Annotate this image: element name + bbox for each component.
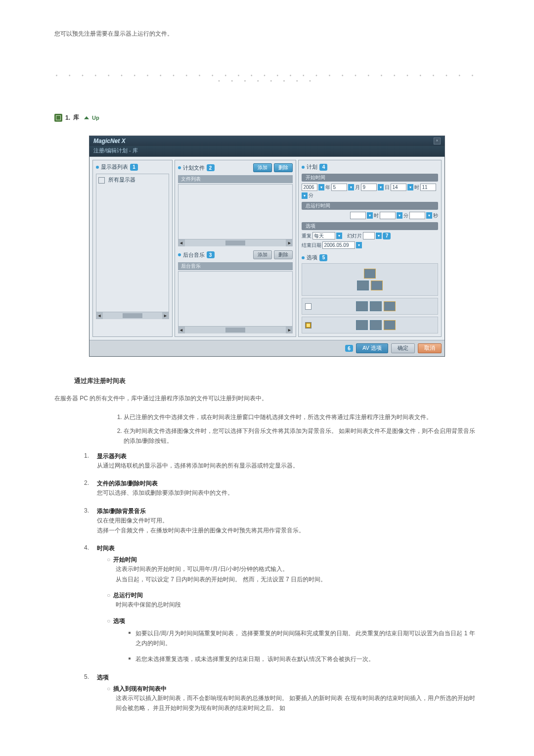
dur-hour-unit: 时 [374,212,379,219]
chevron-down-icon[interactable]: ▾ [318,184,324,190]
cancel-button[interactable]: 取消 [418,343,442,353]
item4c-bullet2: 若您未选择重复选项，或未选择重复的结束日期， 该时间表在默认情况下将会被执行一次… [129,654,480,664]
close-icon[interactable]: × [434,138,441,144]
minute-unit: 分 [309,192,313,199]
chevron-down-icon[interactable]: ▾ [397,212,402,219]
item4a-desc2: 从当日起，可以设定 7 日内时间表的开始时间。 然而，无法设置 7 日后的时间。 [116,574,480,584]
bullet-icon: ○ [107,685,110,692]
ok-button[interactable]: 确定 [391,343,415,353]
badge-1: 1 [130,164,138,171]
up-arrow-icon[interactable] [84,116,89,119]
option-checkbox[interactable] [305,303,312,310]
dot-icon [178,166,181,169]
item4b-desc: 时间表中保留的总时间段 [116,600,480,610]
bgm-header: 后台音乐 [183,251,205,259]
add-bgm-button[interactable]: 添加 [253,250,272,259]
item2-desc: 您可以选择、添加或删除要添加到时间表中的文件。 [97,488,480,498]
chevron-down-icon[interactable]: ▾ [336,233,342,239]
chevron-down-icon[interactable]: ▾ [302,192,308,199]
plan-files-header: 计划文件 [183,164,205,172]
register-schedule-dialog: MagicNet X × 注册/编辑计划 - 库 显示器列表 1 所有显示器 [89,136,445,357]
up-link[interactable]: Up [92,115,99,121]
slide-label: 幻灯片 [347,233,362,239]
layout-thumb-icon [356,301,368,311]
end-date-input[interactable]: 2006.05.09 [322,241,355,249]
chevron-down-icon[interactable]: ▾ [376,233,382,239]
item4a-title: 开始时间 [113,556,137,563]
dialog-titlebar: MagicNet X × [89,136,445,146]
scroll-thumb[interactable] [225,240,245,245]
av-options-button[interactable]: AV 选项 [356,343,388,353]
chevron-down-icon[interactable]: ▾ [426,212,432,219]
dialog-footer: 6 AV 选项 确定 取消 [89,340,445,356]
plan-panel: 计划 4 开始时间 2006▾ 年 5▾ 月 9▾ 日 14▾ 时 11▾ [298,160,442,337]
scroll-left-icon[interactable]: ◄ [178,239,185,246]
layout-thumb-icon [370,320,382,330]
file-list[interactable] [178,184,293,239]
h-scrollbar[interactable]: ◄ ► [178,327,293,333]
layout-option-1[interactable] [302,263,438,296]
scroll-thumb[interactable] [225,328,245,332]
bgm-list[interactable] [178,271,293,327]
duration-label: 总运行时间 [302,202,438,210]
delete-bgm-button[interactable]: 删除 [274,250,293,259]
scroll-right-icon[interactable]: ► [162,312,169,319]
bullet-icon: ○ [107,617,110,624]
badge-6: 6 [345,345,353,352]
layout-thumb-icon [384,320,396,330]
chevron-down-icon[interactable]: ▾ [378,184,384,190]
scroll-right-icon[interactable]: ► [286,327,293,333]
repeat-select[interactable]: 每天 [312,232,335,239]
chevron-down-icon[interactable]: ▾ [407,184,413,190]
dot-icon [96,166,99,169]
start-time-row: 2006▾ 年 5▾ 月 9▾ 日 14▾ 时 11▾ 分 [302,184,438,199]
dur-sec-input[interactable] [409,212,425,219]
badge-5: 5 [319,254,327,261]
h-scrollbar[interactable]: ◄ ► [96,312,169,319]
day-unit: 日 [385,184,390,191]
year-input[interactable]: 2006 [302,184,317,191]
day-input[interactable]: 9 [361,184,377,191]
delete-file-button[interactable]: 删除 [274,163,293,172]
dur-sec-unit: 秒 [433,212,438,219]
month-input[interactable]: 5 [331,184,347,191]
h-scrollbar[interactable]: ◄ ► [178,239,293,246]
badge-7: 7 [383,233,391,239]
chevron-down-icon[interactable]: ▾ [356,242,362,248]
slide-select[interactable] [363,232,375,239]
doc-note-2: 在为时间表文件选择图像文件时，您可以选择下列音乐文件将其添加为背景音乐。 如果时… [124,426,480,446]
chevron-down-icon[interactable]: ▾ [348,184,354,190]
scroll-left-icon[interactable]: ◄ [178,327,185,333]
chevron-down-icon[interactable]: ▾ [367,212,373,219]
bgm-list-label: 后台音乐 [178,262,293,270]
layout-option-3[interactable] [302,317,438,333]
dur-hour-input[interactable] [350,212,366,219]
item-number: 2. [84,479,93,488]
section-divider-dots: • • • • • • • • • • • • • • • • • • • • … [54,73,480,84]
section-name: 库 [73,113,79,122]
dur-min-input[interactable] [380,212,396,219]
layout-thumb-icon [371,281,383,290]
item4c-title: 选项 [113,617,125,624]
layout-option-2[interactable] [302,298,438,315]
scroll-right-icon[interactable]: ► [286,239,293,246]
dur-min-unit: 分 [403,212,408,219]
item1-desc: 从通过网络联机的显示器中，选择将添加时间表的所有显示器或特定显示器。 [97,461,480,471]
minute-input[interactable]: 11 [420,184,436,191]
item-number: 4. [84,544,93,553]
scroll-left-icon[interactable]: ◄ [96,312,103,319]
add-file-button[interactable]: 添加 [253,163,272,172]
item5-title: 选项 [97,673,109,682]
monitor-tree[interactable]: 所有显示器 [96,174,169,312]
scroll-thumb[interactable] [123,313,142,318]
option-checkbox-checked[interactable] [305,322,312,329]
checkbox-icon[interactable] [98,177,105,184]
hour-input[interactable]: 14 [391,184,406,191]
layout-thumb-icon [370,301,382,311]
month-unit: 月 [355,184,360,191]
tree-root-label[interactable]: 所有显示器 [108,177,135,183]
layout-thumb-icon [356,320,368,330]
duration-row: ▾ 时 ▾ 分 ▾ 秒 [302,212,438,219]
monitor-list-panel: 显示器列表 1 所有显示器 ◄ ► [92,160,173,337]
item3-desc1: 仅在使用图像文件时可用。 [97,516,480,525]
